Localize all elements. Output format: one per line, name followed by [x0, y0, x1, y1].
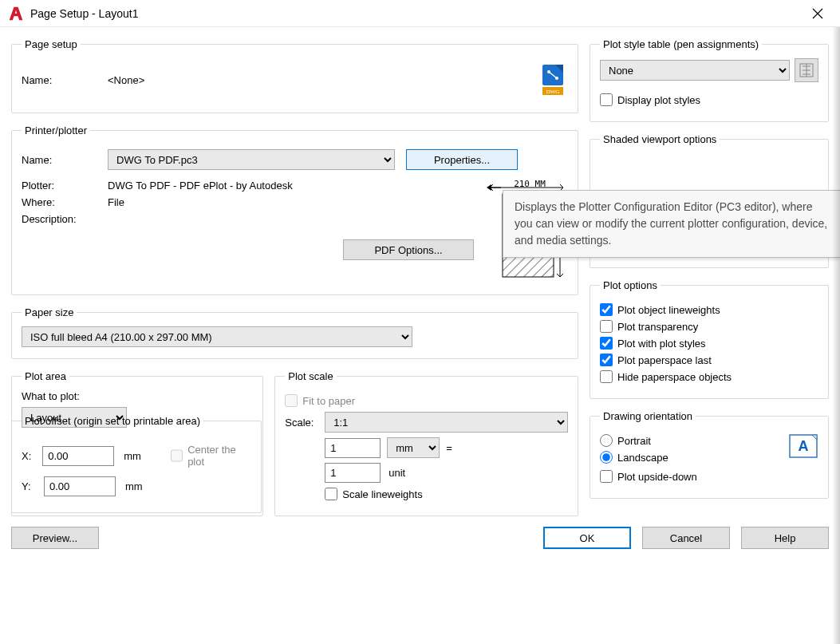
landscape-label: Landscape — [617, 452, 668, 464]
plot-option-row: Plot with plot styles — [600, 337, 818, 350]
plot-option-row: Plot paperspace last — [600, 354, 818, 366]
help-button[interactable]: Help — [741, 527, 829, 549]
plot-option-checkbox[interactable] — [600, 370, 613, 383]
where-value: File — [108, 196, 474, 208]
app-icon — [8, 6, 24, 22]
plot-option-checkbox[interactable] — [600, 303, 613, 316]
offset-x-label: X: — [22, 450, 42, 462]
landscape-radio[interactable] — [600, 451, 613, 464]
cancel-button[interactable]: Cancel — [642, 527, 730, 549]
plotter-value: DWG To PDF - PDF ePlot - by Autodesk — [108, 180, 474, 192]
plot-options-group: Plot options Plot object lineweightsPlot… — [590, 279, 829, 399]
plot-area-legend: Plot area — [22, 370, 69, 382]
plot-offset-legend: Plot offset (origin set to printable are… — [22, 415, 203, 427]
close-button[interactable] — [802, 2, 834, 25]
plot-style-group: Plot style table (pen assignments) None … — [590, 38, 829, 122]
paper-size-legend: Paper size — [22, 306, 77, 318]
description-label: Description: — [22, 213, 108, 225]
plot-option-label: Hide paperspace objects — [617, 371, 732, 383]
tooltip-text: Displays the Plotter Configuration Edito… — [515, 200, 827, 247]
portrait-radio[interactable] — [600, 434, 613, 447]
scale-denominator-input[interactable] — [325, 463, 381, 483]
portrait-label: Portrait — [617, 435, 651, 447]
plot-scale-group: Plot scale Fit to paper Scale: 1:1 — [274, 370, 578, 516]
what-to-plot-label: What to plot: — [22, 390, 253, 402]
properties-button[interactable]: Properties... — [406, 149, 518, 170]
plot-option-label: Plot with plot styles — [617, 338, 706, 350]
svg-text:A: A — [799, 438, 809, 454]
orientation-group: Drawing orientation Portrait Landscape P… — [590, 410, 829, 499]
printer-name-label: Name: — [22, 154, 108, 166]
fit-to-paper-checkbox — [285, 394, 298, 407]
plot-options-legend: Plot options — [600, 279, 661, 291]
scale-select[interactable]: 1:1 — [325, 412, 568, 433]
upside-down-label: Plot upside-down — [617, 471, 697, 483]
fit-to-paper-label: Fit to paper — [302, 395, 355, 407]
titlebar: Page Setup - Layout1 — [0, 0, 840, 27]
preview-button[interactable]: Preview... — [11, 527, 99, 549]
plot-option-row: Hide paperspace objects — [600, 370, 818, 383]
page-setup-group: Page setup Name: <None> DWG — [11, 38, 578, 113]
scale-unit-label: unit — [388, 467, 405, 479]
orientation-icon: A — [788, 430, 818, 465]
equals-sign: = — [446, 442, 452, 454]
dwg-icon: DWG — [538, 63, 568, 97]
plot-option-checkbox[interactable] — [600, 320, 613, 333]
printer-plotter-group: Printer/plotter Name: DWG To PDF.pc3 Pro… — [11, 124, 578, 295]
offset-unit-x: mm — [124, 450, 141, 462]
offset-unit-y: mm — [125, 480, 143, 492]
printer-legend: Printer/plotter — [22, 124, 90, 136]
page-setup-name-value: <None> — [108, 74, 538, 86]
offset-y-label: Y: — [22, 480, 44, 492]
orientation-legend: Drawing orientation — [600, 410, 696, 422]
plot-option-label: Plot transparency — [617, 321, 698, 333]
center-plot-checkbox — [171, 449, 183, 462]
plot-option-checkbox[interactable] — [600, 354, 613, 366]
printer-name-select[interactable]: DWG To PDF.pc3 — [108, 149, 395, 170]
page-setup-legend: Page setup — [22, 38, 81, 50]
plot-option-checkbox[interactable] — [600, 337, 613, 350]
ok-button[interactable]: OK — [543, 527, 631, 549]
shaded-legend: Shaded viewport options — [600, 133, 720, 145]
plot-offset-group: Plot offset (origin set to printable are… — [11, 415, 262, 513]
window-title: Page Setup - Layout1 — [30, 7, 802, 20]
scale-label: Scale: — [285, 417, 325, 429]
properties-tooltip: Displays the Plotter Configuration Edito… — [503, 190, 840, 258]
pdf-options-button[interactable]: PDF Options... — [343, 239, 474, 260]
scale-numerator-input[interactable] — [325, 438, 381, 458]
close-icon — [812, 8, 823, 19]
display-plot-styles-checkbox[interactable] — [600, 93, 613, 106]
offset-y-input[interactable] — [44, 476, 116, 496]
page-setup-name-label: Name: — [22, 74, 108, 86]
plot-style-edit-button[interactable] — [795, 58, 818, 82]
scale-lineweights-label: Scale lineweights — [342, 488, 422, 500]
plot-option-row: Plot transparency — [600, 320, 818, 333]
plot-option-row: Plot object lineweights — [600, 303, 818, 316]
display-plot-styles-label: Display plot styles — [617, 94, 700, 106]
plot-option-label: Plot paperspace last — [617, 354, 712, 366]
offset-x-input[interactable] — [42, 446, 114, 466]
svg-text:DWG: DWG — [546, 89, 560, 95]
plot-scale-legend: Plot scale — [285, 370, 336, 382]
center-plot-label: Center the plot — [187, 444, 250, 468]
plot-option-label: Plot object lineweights — [617, 304, 720, 316]
pen-table-icon — [799, 63, 814, 77]
upside-down-checkbox[interactable] — [600, 470, 613, 483]
paper-size-select[interactable]: ISO full bleed A4 (210.00 x 297.00 MM) — [22, 326, 412, 347]
scale-lineweights-checkbox[interactable] — [325, 488, 337, 500]
paper-width-text: 210 MM — [514, 180, 546, 189]
plot-style-legend: Plot style table (pen assignments) — [600, 38, 762, 50]
where-label: Where: — [22, 196, 108, 208]
plot-style-select[interactable]: None — [600, 60, 790, 81]
paper-size-group: Paper size ISO full bleed A4 (210.00 x 2… — [11, 306, 578, 359]
plotter-label: Plotter: — [22, 180, 108, 192]
scale-unit-select[interactable]: mm — [387, 437, 440, 458]
